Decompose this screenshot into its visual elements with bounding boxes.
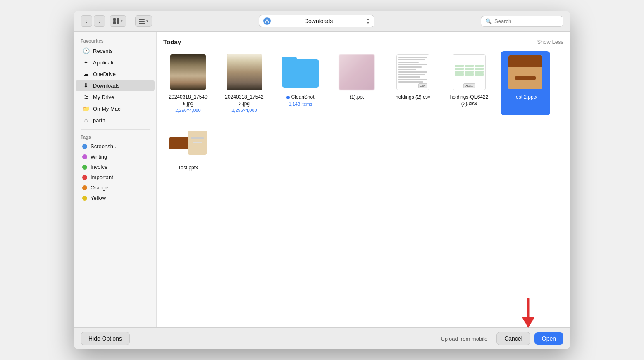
sidebar-item-mydrive[interactable]: 🗂 My Drive [76,91,155,103]
file-thumb-jpg1 [169,54,207,91]
downloads-icon: ⬇ [82,82,90,89]
folder-icon [282,57,319,88]
file-item-pptx-selected[interactable]: Test 2.pptx [501,51,550,115]
sidebar-item-yellow[interactable]: Yellow [76,193,155,203]
icon-view-button[interactable]: ▾ [110,15,126,27]
xlsx-thumb-icon: XLSX [453,54,486,90]
location-name: Downloads [274,18,363,24]
sidebar-item-label: parth [93,117,105,123]
sidebar-item-downloads[interactable]: ⬇ Downloads [76,80,155,91]
test-pptx-header [169,137,188,149]
sidebar-item-onedrive[interactable]: ☁ OneDrive [76,68,155,80]
cancel-button[interactable]: Cancel [496,332,530,345]
forward-button[interactable]: › [94,15,105,27]
back-button[interactable]: ‹ [81,15,92,27]
sidebar-item-onmymac[interactable]: 📁 On My Mac [76,103,155,114]
grid-icon [113,18,119,24]
sidebar-item-important[interactable]: Important [76,172,155,182]
file-item-jpg1[interactable]: 20240318_175406.jpg 2,296×4,080 [163,51,213,115]
invoice-tag-dot [82,165,87,170]
file-item-csv1[interactable]: CSV holdings (2).csv [388,51,438,115]
file-thumb-csv1: CSV [394,54,432,91]
location-bar: Downloads ▲ ▼ [156,15,477,27]
file-name-xlsx1: holdings-QE6422(2).xlsx [450,94,489,107]
test-pptx-line2 [193,142,202,143]
stepper-up-icon: ▲ [367,18,370,21]
tags-section-title: Tags [74,133,156,141]
search-icon: 🔍 [485,18,492,24]
sidebar-item-label: Applicati... [93,59,118,66]
chevron-down-icon2: ▾ [146,19,148,23]
file-thumb-pptx-selected [507,54,544,91]
test-pptx-line1 [191,137,204,139]
xlsx-badge: XLSX [463,83,475,88]
file-name-cleanshot: CleanShot [286,94,314,101]
file-meta-jpg2: 2,296×4,080 [231,108,257,113]
svg-rect-2 [139,23,145,24]
sidebar-item-label: Yellow [91,195,106,201]
file-thumb-test-pptx [169,124,207,161]
file-open-dialog: ‹ › ▾ ▾ Down [74,11,570,349]
upload-from-mobile-button[interactable]: Upload from mobile [436,333,492,345]
chevron-down-icon: ▾ [121,19,123,23]
sidebar-item-label: My Drive [93,94,114,100]
pptx-body [508,67,542,89]
folder-dot [286,96,290,99]
sidebar-item-screenshot[interactable]: Screensh... [76,141,155,152]
onmymac-icon: 📁 [82,105,90,112]
sidebar-item-invoice[interactable]: Invoice [76,162,155,172]
file-name-pptx-selected: Test 2.pptx [513,94,537,101]
location-stepper[interactable]: ▲ ▼ [367,18,370,25]
search-input[interactable] [494,18,552,24]
sidebar-item-parth[interactable]: ⌂ parth [76,114,155,126]
file-item-xlsx1[interactable]: XLSX holdings-QE6422(2).xlsx [444,51,494,115]
file-thumb-ppt1 [338,54,375,91]
location-pill[interactable]: Downloads ▲ ▼ [259,15,374,27]
sidebar-item-writing[interactable]: Writing [76,152,155,162]
section-header: Today Show Less [163,38,563,45]
show-less-button[interactable]: Show Less [537,39,563,45]
sidebar-item-label: Invoice [91,164,107,170]
sidebar-item-label: Writing [91,154,107,160]
file-name-csv1: holdings (2).csv [396,94,430,101]
svg-rect-1 [139,21,145,22]
file-name-test-pptx: Test.pptx [178,165,198,171]
sidebar-item-label: Recents [93,48,113,54]
csv-thumb-icon: CSV [396,54,429,90]
open-button[interactable]: Open [534,332,563,345]
view-separator [131,17,131,25]
file-browser: Today Show Less 20240318_175406.jpg 2,29… [157,32,570,327]
sidebar-item-recents[interactable]: 🕐 Recents [76,45,155,57]
file-item-jpg2[interactable]: 20240318_175422.jpg 2,296×4,080 [219,51,269,115]
file-meta-cleanshot: 1,143 items [289,102,312,107]
search-bar[interactable]: 🔍 [481,16,563,27]
main-area: Favourites 🕐 Recents ✦ Applicati... ☁ On… [74,32,570,327]
sidebar: Favourites 🕐 Recents ✦ Applicati... ☁ On… [74,32,157,327]
sidebar-item-label: Screensh... [91,143,118,149]
file-item-cleanshot[interactable]: CleanShot 1,143 items [276,51,325,115]
sidebar-item-applications[interactable]: ✦ Applicati... [76,57,155,68]
bottom-left: Hide Options [81,332,130,345]
important-tag-dot [82,175,87,180]
bottom-bar: Hide Options Upload from mobile Cancel O… [74,327,570,349]
sidebar-item-label: OneDrive [93,71,116,77]
pptx-stripe [515,76,535,80]
file-item-test-pptx[interactable]: Test.pptx [163,122,213,174]
files-grid: 20240318_175406.jpg 2,296×4,080 20240318… [163,51,563,174]
file-item-ppt1[interactable]: (1).ppt [332,51,382,115]
location-icon [263,17,271,25]
list-view-button[interactable]: ▾ [135,15,152,27]
bottom-right: Upload from mobile Cancel Open [436,332,563,345]
hide-options-button[interactable]: Hide Options [81,332,130,345]
file-thumb-jpg2 [226,54,263,91]
file-thumb-cleanshot [282,54,319,91]
file-name-ppt1: (1).ppt [350,94,364,101]
sidebar-item-label: On My Mac [93,106,120,112]
csv-badge: CSV [418,83,427,88]
orange-tag-dot [82,185,87,190]
nav-buttons: ‹ › [81,15,105,27]
list-icon [139,18,145,24]
toolbar: ‹ › ▾ ▾ Down [74,11,570,32]
pptx-selected-thumb-icon [508,54,543,90]
sidebar-item-orange[interactable]: Orange [76,182,155,193]
